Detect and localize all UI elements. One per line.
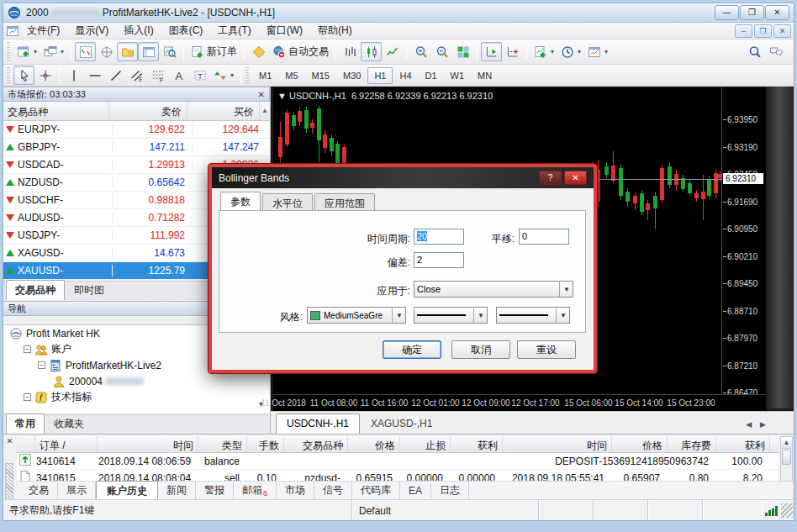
collapse-icon[interactable]: − — [24, 345, 31, 353]
terminal-tab-警报[interactable]: 警报 — [196, 482, 234, 499]
metaeditor-button[interactable] — [248, 42, 269, 61]
terminal-column-2[interactable]: 类型 — [198, 436, 247, 452]
text-button[interactable]: A — [168, 66, 189, 85]
timeframe-d1-button[interactable]: D1 — [419, 67, 444, 84]
mdi-restore-button[interactable]: ❐ — [754, 24, 772, 38]
restore-button[interactable]: ❐ — [740, 5, 764, 20]
ok-button[interactable]: 确定 — [383, 340, 441, 359]
chart-tab[interactable]: USDCNH-,H1 — [276, 413, 360, 434]
terminal-tab-新闻[interactable]: 新闻 — [158, 482, 196, 499]
toolbar-grip[interactable] — [7, 67, 10, 84]
column-header-1[interactable]: 卖价 — [109, 102, 187, 120]
menu-t[interactable]: 工具(T) — [210, 22, 258, 40]
terminal-column-8[interactable]: 时间 — [503, 436, 612, 452]
menu-c[interactable]: 图表(C) — [161, 22, 211, 40]
menu-w[interactable]: 窗口(W) — [259, 22, 310, 40]
timeframe-m30-button[interactable]: M30 — [336, 67, 367, 84]
menu-i[interactable]: 插入(I) — [116, 22, 161, 40]
indicators-button[interactable]: ▾ — [530, 42, 557, 61]
reset-button[interactable]: 重设 — [517, 340, 576, 359]
price-axis[interactable]: 6.939506.931906.924506.916906.909506.902… — [722, 87, 766, 411]
line-style-select[interactable]: ▼ — [414, 307, 488, 324]
close-button[interactable]: ✕ — [765, 5, 789, 20]
terminal-tab-账户历史[interactable]: 账户历史 — [96, 481, 158, 501]
menu-f[interactable]: 文件(F) — [19, 22, 67, 40]
profiles-button[interactable]: ▾ — [40, 42, 67, 61]
terminal-column-10[interactable]: 库存费 — [668, 436, 716, 452]
column-header-0[interactable]: 交易品种 — [3, 102, 109, 120]
shapes-button[interactable]: ▾ — [210, 66, 237, 85]
data-window-button[interactable] — [96, 42, 117, 61]
navigator-tab[interactable]: 常用 — [6, 413, 45, 434]
fibonacci-button[interactable]: F — [147, 66, 168, 85]
tile-windows-button[interactable] — [452, 42, 473, 61]
line-chart-button[interactable] — [382, 42, 403, 61]
timeframe-m5-button[interactable]: M5 — [278, 67, 304, 84]
scrollbar-thumb[interactable] — [782, 450, 791, 465]
navigator-button[interactable] — [117, 42, 138, 61]
timeframe-w1-button[interactable]: W1 — [444, 67, 472, 84]
chart-tabs-right-icon[interactable]: ▶ — [760, 420, 766, 429]
market-watch-row[interactable]: EURJPY-129.622129.644 — [3, 121, 270, 139]
cancel-button[interactable]: 取消 — [451, 340, 510, 359]
market-watch-row[interactable]: GBPJPY-147.211147.247 — [3, 139, 270, 156]
navigator-tab[interactable]: 收藏夹 — [45, 413, 93, 434]
crosshair-button[interactable] — [34, 66, 55, 85]
status-profile[interactable]: Default — [352, 500, 539, 521]
terminal-panel-button[interactable] — [138, 42, 159, 61]
period-input[interactable]: 20 — [414, 229, 464, 245]
zoom-in-button[interactable] — [410, 42, 431, 61]
timeframe-m15-button[interactable]: M15 — [305, 67, 336, 84]
apply-to-select[interactable]: Close▼ — [414, 281, 573, 298]
dialog-help-button[interactable]: ? — [539, 171, 562, 185]
menu-v[interactable]: 显示(V) — [67, 22, 116, 40]
market-watch-tab[interactable]: 交易品种 — [6, 280, 65, 300]
collapse-icon[interactable]: − — [24, 393, 31, 401]
minimize-button[interactable]: — — [715, 5, 739, 20]
toolbar-grip[interactable] — [245, 67, 249, 84]
tree-item--[interactable]: −f技术指标 — [3, 389, 270, 405]
terminal-tab-信号[interactable]: 信号 — [314, 482, 352, 499]
timeframe-mn-button[interactable]: MN — [471, 67, 499, 84]
channel-button[interactable]: E — [126, 66, 147, 85]
terminal-tab-ea[interactable]: EA — [400, 483, 431, 498]
tree-item-200004[interactable]: 200004 — [3, 373, 270, 389]
periods-button[interactable]: ▾ — [557, 42, 584, 61]
chat-button[interactable] — [765, 42, 786, 61]
mdi-close-button[interactable]: ✕ — [773, 24, 791, 38]
terminal-column-3[interactable]: 手数 — [247, 436, 284, 452]
terminal-column-6[interactable]: 止损 — [400, 436, 451, 452]
autotrade-button[interactable]: 自动交易 — [269, 42, 332, 61]
cursor-button[interactable] — [13, 66, 34, 85]
dialog-title-bar[interactable]: Bollinger Bands ? ✕ — [212, 167, 594, 188]
terminal-tab-日志[interactable]: 日志 — [431, 482, 469, 499]
terminal-drag-grip[interactable] — [5, 463, 13, 498]
terminal-tab-市场[interactable]: 市场 — [277, 482, 314, 499]
terminal-close-icon[interactable]: ✕ — [5, 437, 14, 446]
resize-grip[interactable] — [781, 503, 793, 518]
terminal-row[interactable]: 34106142018.09.14 08:06:59balanceDEPOSIT… — [17, 453, 779, 470]
market-watch-close-icon[interactable]: ✕ — [258, 90, 265, 99]
dialog-close-button[interactable]: ✕ — [564, 171, 587, 185]
time-axis[interactable]: 11 Oct 201811 Oct 08:0011 Oct 16:0012 Oc… — [273, 394, 766, 411]
market-watch-header[interactable]: 市场报价: 03:03:33 ✕ — [3, 87, 270, 102]
market-watch-tab[interactable]: 即时图 — [65, 280, 113, 300]
line-width-select[interactable]: ▼ — [496, 307, 570, 324]
terminal-tab-邮箱[interactable]: 邮箱6 — [234, 482, 277, 499]
terminal-column-11[interactable]: 获利 — [716, 436, 770, 452]
terminal-column-5[interactable]: 价格 — [348, 436, 400, 452]
terminal-tab-展示[interactable]: 展示 — [58, 482, 96, 499]
color-select[interactable]: MediumSeaGre▼ — [307, 307, 406, 324]
terminal-column-0[interactable]: 订单 / — [35, 436, 98, 452]
zoom-out-button[interactable] — [431, 42, 452, 61]
autoscroll-button[interactable] — [481, 42, 502, 61]
chart-tabs-left-icon[interactable]: ◀ — [746, 420, 752, 429]
timeframe-m1-button[interactable]: M1 — [252, 67, 278, 84]
search-button[interactable] — [744, 42, 765, 61]
bar-chart-button[interactable] — [340, 42, 361, 61]
tester-button[interactable] — [159, 42, 180, 61]
trendline-button[interactable] — [105, 66, 126, 85]
vertical-line-button[interactable] — [63, 66, 84, 85]
new-order-button[interactable]: 新订单 — [187, 42, 240, 61]
market-watch-scroll-up-icon[interactable]: ▲ — [260, 102, 270, 120]
